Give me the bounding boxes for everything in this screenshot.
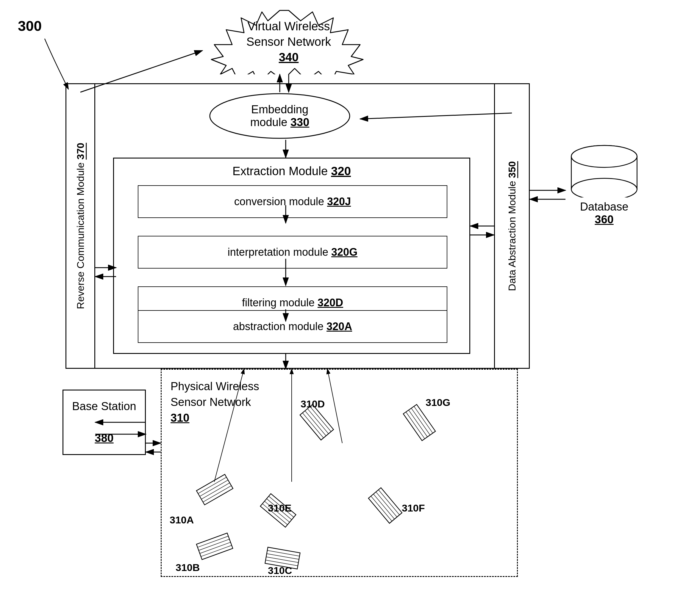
extraction-box: Extraction Module 320 conversion module … [113,158,470,354]
base-station-box: Base Station 380 [63,390,146,455]
module-interpretation: interpretation module 320G [138,236,447,269]
dam-text: Data Abstraction Module 350 [505,161,518,291]
embedding-text: Embedding module 330 [250,103,309,129]
rcm-text: Reverse Communication Module 370 [74,143,87,309]
rcm-box: Reverse Communication Module 370 [66,83,95,369]
svg-point-7 [572,146,637,167]
cloud-340: Virtual Wireless Sensor Network 340 [202,9,375,74]
embedding-box: Embedding module 330 [208,92,351,140]
extraction-title: Extraction Module 320 [114,164,469,178]
database-box: Database 360 [565,143,643,226]
svg-point-6 [572,179,637,197]
diagram: 300 Reverse Communication Module 370 Dat… [0,0,700,593]
pwsn-box: Physical Wireless Sensor Network 310 [161,369,518,577]
module-conversion: conversion module 320J [138,185,447,218]
pwsn-title: Physical Wireless Sensor Network 310 [171,379,259,426]
cloud-340-text: Virtual Wireless Sensor Network 340 [247,18,331,65]
label-300: 300 [18,18,42,34]
database-text: Database 360 [580,200,629,226]
module-abstraction: abstraction module 320A [138,310,447,343]
dam-box: Data Abstraction Module 350 [494,83,530,369]
